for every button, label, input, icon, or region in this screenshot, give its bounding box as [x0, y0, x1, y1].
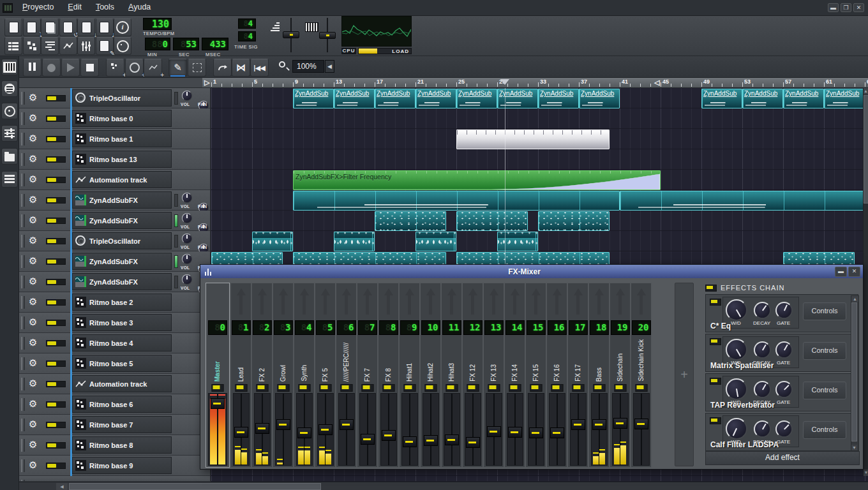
hscroll-thumb[interactable] [69, 483, 321, 490]
sidebar-instruments[interactable] [1, 59, 18, 75]
oscilloscope[interactable] [341, 16, 412, 47]
mute-led[interactable] [47, 301, 56, 304]
effect-controls-button[interactable]: Controls [803, 382, 846, 399]
fx-scroll-up-icon[interactable]: ▲ [851, 296, 858, 302]
track-grip[interactable] [21, 419, 25, 431]
menu-ayuda[interactable]: Ayuda [121, 0, 158, 14]
record-button[interactable] [42, 59, 61, 77]
gear-icon[interactable]: ⚙ [29, 338, 37, 348]
track-grip[interactable] [21, 174, 25, 186]
channel-mute-led[interactable] [319, 384, 331, 392]
decay-knob[interactable] [754, 420, 771, 438]
loop-points-button[interactable]: ⋈ [232, 59, 250, 77]
effect-controls-button[interactable]: Controls [803, 302, 846, 320]
track-grip[interactable] [21, 153, 25, 166]
effect-enable-led[interactable] [710, 338, 721, 345]
mixer-channel-fx-14[interactable]: 14FX 14 [504, 283, 525, 468]
song-editor-button[interactable] [4, 37, 22, 55]
mute-led[interactable] [47, 464, 56, 468]
effect-controls-button[interactable]: Controls [803, 342, 846, 360]
timesig-numerator[interactable]: 84 [238, 19, 256, 29]
mixer-channel-sidechain[interactable]: 19Sidechain [610, 283, 631, 468]
pattern-block[interactable] [252, 232, 293, 251]
gear-icon[interactable]: ⚙ [29, 276, 37, 286]
track-grip[interactable] [21, 235, 25, 248]
fader-knob[interactable] [592, 419, 606, 430]
track-content[interactable] [211, 231, 868, 251]
track-name-box[interactable]: TripleOscillator [72, 89, 172, 107]
track-content[interactable]: ZynAddSubZynAddSubZynAddSubZynAddSubZynA… [211, 88, 868, 108]
fader-knob[interactable] [529, 427, 543, 438]
channel-mute-led[interactable] [530, 384, 542, 392]
effect-slot[interactable]: W/DDECAYGATEControlsMatrix Spatialiser [705, 334, 858, 372]
track-name-box[interactable]: Ritmo base 6 [72, 396, 172, 413]
mute-led[interactable] [47, 362, 56, 366]
mute-solo-toggle[interactable] [46, 218, 66, 224]
channel-mute-led[interactable] [277, 384, 289, 392]
song-vscrollbar[interactable]: ▲ ▼ [863, 88, 868, 476]
track-grip[interactable] [21, 337, 25, 350]
effect-slot[interactable]: W/DDECAYGATEControlsTAP Reverberator [705, 373, 858, 412]
playhead-marker[interactable] [500, 79, 509, 85]
track-content[interactable] [211, 149, 868, 170]
wd-knob[interactable] [726, 299, 747, 321]
mixer-channel-fx-8[interactable]: 88FX 8 [378, 283, 399, 468]
channel-mute-led[interactable] [614, 384, 626, 392]
add-automation-track-button[interactable]: + [144, 59, 162, 77]
channel-mute-led[interactable] [340, 384, 352, 392]
mute-led[interactable] [47, 260, 56, 264]
gear-icon[interactable]: ⚙ [29, 235, 37, 246]
track-grip[interactable] [21, 296, 25, 309]
pattern-notes[interactable] [293, 191, 620, 211]
gear-icon[interactable]: ⚙ [29, 440, 37, 450]
zoom-level-display[interactable]: 100% [292, 60, 324, 73]
track-name-box[interactable]: Ritmo base 1 [72, 130, 172, 147]
fader-knob[interactable] [403, 436, 417, 447]
channel-mute-led[interactable] [488, 384, 500, 392]
mute-solo-toggle[interactable] [46, 136, 66, 142]
pattern-beat[interactable] [538, 211, 610, 231]
pattern-name[interactable]: ZynAddSub [579, 89, 620, 108]
channel-mute-led[interactable] [572, 384, 584, 392]
pattern-name[interactable]: ZynAddSub [783, 89, 824, 108]
pattern-beat[interactable] [456, 211, 528, 231]
open-project-button[interactable]: ⤵ [23, 19, 41, 36]
pattern-name[interactable]: ZynAddSub [415, 89, 456, 108]
timesig-denominator[interactable]: 84 [238, 31, 256, 41]
loop-end-marker[interactable]: ◁ [654, 78, 659, 87]
bb-editor-button[interactable] [23, 37, 41, 55]
channel-fader[interactable] [591, 393, 608, 466]
gear-icon[interactable]: ⚙ [29, 358, 37, 368]
pattern-notes[interactable] [620, 191, 865, 211]
mixer-channel-fx-16[interactable]: 16FX 16 [546, 283, 567, 468]
gear-icon[interactable]: ⚙ [29, 133, 37, 144]
channel-fader[interactable] [275, 393, 292, 466]
channel-mute-led[interactable] [424, 384, 437, 392]
scroll-up-icon[interactable]: ▲ [864, 88, 868, 94]
channel-mute-led[interactable] [256, 384, 268, 392]
pattern-name[interactable]: ZynAddSub [293, 89, 334, 108]
fader-knob[interactable] [361, 434, 375, 445]
mixer-channel-master[interactable]: 80Master [206, 283, 230, 468]
mute-led[interactable] [47, 178, 56, 182]
fx-scroll-thumb[interactable] [851, 302, 857, 442]
channel-mute-led[interactable] [551, 384, 563, 392]
menu-tools[interactable]: Tools [89, 0, 121, 14]
fader-knob[interactable] [508, 427, 522, 438]
close-button[interactable]: ✕ [853, 3, 864, 12]
fader-knob[interactable] [571, 419, 585, 430]
mute-solo-toggle[interactable] [46, 156, 66, 163]
mixer-channel-fx-13[interactable]: 13FX 13 [483, 283, 504, 468]
track-grip[interactable] [21, 378, 25, 390]
mixer-channel-fx-12[interactable]: 12FX 12 [462, 283, 483, 468]
add-effect-button[interactable]: Add effect [705, 451, 860, 465]
gear-icon[interactable]: ⚙ [29, 174, 37, 184]
mute-led[interactable] [47, 198, 56, 202]
gear-icon[interactable]: ⚙ [29, 215, 37, 225]
mute-solo-toggle[interactable] [46, 340, 66, 346]
fx-scroll-down-icon[interactable]: ▼ [851, 445, 857, 450]
track-name-box[interactable]: Ritmo base 7 [72, 416, 172, 433]
fx-mixer-button[interactable] [77, 37, 95, 55]
channel-mute-led[interactable] [445, 384, 458, 392]
mute-solo-toggle[interactable] [46, 115, 66, 122]
